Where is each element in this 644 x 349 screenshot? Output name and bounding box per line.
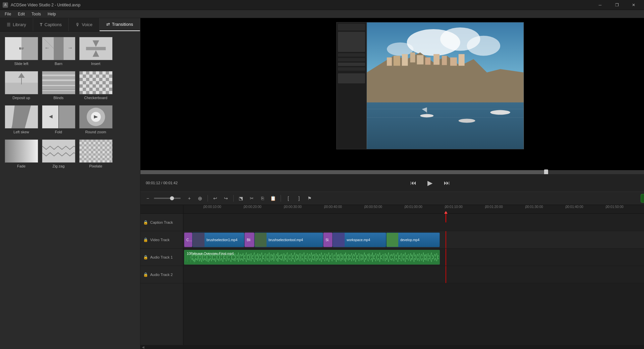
redo-button[interactable]: ↪ [221,194,231,203]
transition-round-zoom[interactable]: ↔ Round zoom [78,104,113,135]
split-button[interactable]: ⬔ [236,194,246,203]
transition-blinds[interactable]: Blinds [41,70,76,101]
transition-slide-left[interactable]: ← Slide left [4,36,39,67]
transition-slide-left-label: Slide left [14,62,28,66]
ruler-tick-10: 00:01:50:00 [606,205,624,209]
clip-video-4-label: develop.mp4 [398,237,421,242]
transition-thumb-checkerboard [79,71,113,94]
track-label-video: 🔒 Video Track [140,231,183,249]
tab-transitions-label: Transitions [112,22,133,27]
transition-zig-zag[interactable]: Zig zag [41,138,76,169]
timeline-scrubber[interactable] [140,170,644,174]
tracks-area[interactable]: 00:00:10:00 00:00:20:00 00:00:30:00 00:0… [183,205,644,345]
video-lock-icon[interactable]: 🔒 [143,237,148,242]
scroll-indicator[interactable]: ◀ [140,345,644,349]
zoom-slider-container [154,198,181,199]
step-forward-button[interactable]: ⏭ [442,178,452,188]
paste-button[interactable]: 📋 [269,194,278,203]
svg-rect-17 [42,71,75,75]
svg-rect-61 [459,54,465,66]
clip-video-3-thumb [333,232,345,247]
undo-button[interactable]: ↩ [211,194,220,203]
svg-rect-62 [367,102,524,149]
timeline-section: − + ⊕ ↩ ↪ ⬔ ✂ ⎘ 📋 [ ] ⚑ [140,192,644,349]
svg-rect-56 [417,55,423,64]
svg-text:→: → [67,45,73,51]
menu-file[interactable]: File [1,10,14,18]
copy-button[interactable]: ⎘ [258,194,267,203]
ruler-tick-2: 00:00:30:00 [284,205,302,209]
transition-thumb-blinds [42,71,75,94]
transition-barn-label: Barn [55,62,62,66]
svg-text:◀: ◀ [49,114,52,119]
svg-rect-4 [54,37,63,60]
maximize-button[interactable]: ❐ [609,0,625,10]
audio1-lock-icon[interactable]: 🔒 [143,255,148,260]
transition-thumb-deposit-up [5,71,38,94]
clip-video-2[interactable]: brushselectiontool.mp4 [254,232,323,247]
transition-thumb-slide-left: ← [5,37,38,60]
audio1-clip[interactable]: 10Release-Overview-Final.mp4 [184,250,440,265]
mark-out-button[interactable]: ] [294,194,304,203]
ruler-tick-1: 00:00:20:00 [244,205,261,209]
svg-rect-19 [42,81,75,84]
svg-rect-18 [42,76,75,79]
clip-video-3[interactable]: workspace.mp4 [333,232,386,247]
transition-barn[interactable]: ← → Barn [41,36,76,67]
transition-pixelate-label: Pixelate [89,164,102,168]
add-track-button[interactable]: ⊕ [195,194,205,203]
transition-checkerboard[interactable]: Checkerboard [78,70,113,101]
transition-left-skew-label: Left skew [13,130,29,134]
svg-rect-59 [442,56,447,65]
svg-point-67 [490,110,510,115]
minimize-button[interactable]: ─ [592,0,608,10]
track-video: Che brushselection1.mp4 Bli [183,231,644,249]
step-back-button[interactable]: ⏮ [408,178,419,188]
transition-fold[interactable]: ◀ Fold [41,104,76,135]
clip-video-4[interactable]: develop.mp4 [386,232,440,247]
zoom-slider[interactable] [154,198,181,199]
transition-insert-label: Insert [91,62,101,66]
svg-rect-39 [5,140,38,163]
transition-left-skew[interactable]: Left skew [4,104,39,135]
playback-controls: 00:01:12 / 00:01:42 ⏮ ▶ ⏭ ⛶ [140,174,644,192]
transition-fade-label: Fade [17,164,25,168]
menu-tools[interactable]: Tools [28,10,44,18]
transition-insert[interactable]: Insert [78,36,113,67]
mark-in-button[interactable]: [ [284,194,293,203]
svg-rect-20 [42,86,75,89]
tab-transitions[interactable]: ⇄ Transitions [100,18,140,31]
clip-video-1[interactable]: brushselection1.mp4 [192,232,244,247]
ruler-tick-8: 00:01:30:00 [525,205,543,209]
cut-button[interactable]: ✂ [247,194,256,203]
svg-rect-13 [5,83,38,94]
zoom-in-button[interactable]: + [185,194,194,203]
audio2-lock-icon[interactable]: 🔒 [143,272,148,277]
svg-text:↔: ↔ [94,115,98,120]
playhead-caption-marker [446,214,446,222]
transition-fade[interactable]: Fade [4,138,39,169]
zoom-out-button[interactable]: − [143,194,153,203]
play-button[interactable]: ▶ [424,177,436,189]
marker-button[interactable]: ⚑ [305,194,314,203]
menu-edit[interactable]: Edit [14,10,28,18]
transition-deposit-up[interactable]: Deposit up [4,70,39,101]
playhead-audio1 [446,249,446,266]
svg-point-50 [387,43,414,56]
transition-pixelate[interactable]: Pixelate [78,138,113,169]
clip-video-4-thumb [387,232,398,247]
scrubber-fill [140,170,546,174]
transition-thumb-fade [5,139,38,163]
tab-captions[interactable]: T Captions [33,18,69,31]
tab-voice[interactable]: 🎙 Voice [69,18,100,31]
scroll-left-icon[interactable]: ◀ [142,345,144,349]
tab-voice-label: Voice [82,22,93,27]
menu-help[interactable]: Help [44,10,59,18]
close-button[interactable]: ✕ [626,0,641,10]
clip-transition-1[interactable]: Che [184,232,192,247]
transition-thumb-round-zoom: ↔ [79,105,113,129]
caption-lock-icon[interactable]: 🔒 [143,220,148,225]
tab-library[interactable]: ☰ Library [0,18,33,31]
clip-transition-3[interactable]: Sl. [323,232,333,247]
clip-transition-2[interactable]: Bli [244,232,254,247]
